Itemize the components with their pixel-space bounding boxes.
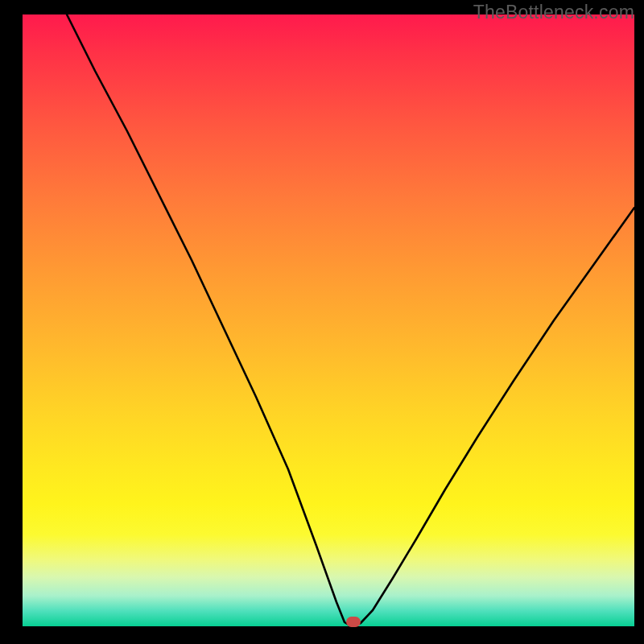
- bottleneck-curve: [23, 14, 634, 626]
- optimal-point-marker: [346, 617, 361, 627]
- chart-frame: TheBottleneck.com: [0, 0, 644, 644]
- watermark-text: TheBottleneck.com: [473, 2, 634, 23]
